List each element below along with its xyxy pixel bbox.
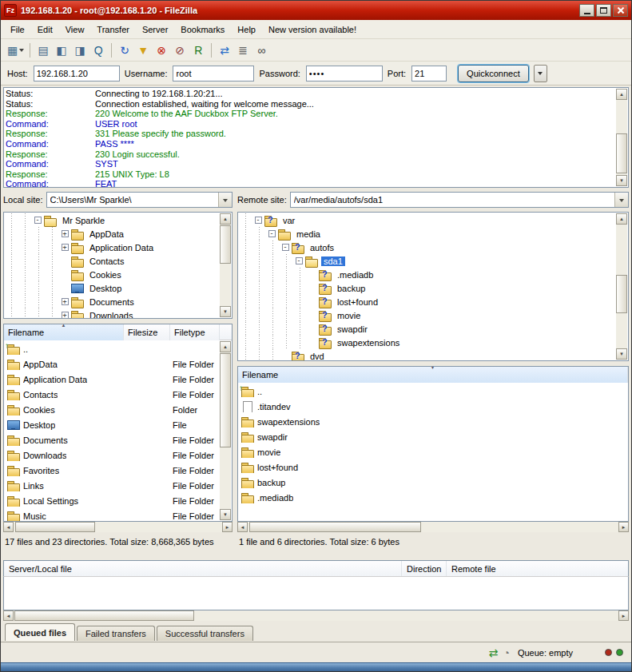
local-directory-tree[interactable]: -Mr Sparkle+AppData+Application DataCont… <box>3 212 233 319</box>
toggle-queue-icon[interactable]: Q <box>89 42 107 59</box>
remote-file-list[interactable]: Filename▼ ↑...titandevswapextensionsswap… <box>237 366 629 522</box>
scroll-left-icon[interactable]: ◄ <box>237 522 248 532</box>
file-row-movie[interactable]: movie <box>239 444 627 459</box>
column-header-filename[interactable]: Filename▲ <box>4 324 124 340</box>
file-row-downloads[interactable]: DownloadsFile Folder <box>5 447 220 463</box>
close-button[interactable] <box>613 4 628 17</box>
toggle-message-log-icon[interactable]: ▤ <box>34 42 52 59</box>
file-row-backup[interactable]: backup <box>239 475 627 490</box>
menu-item-file[interactable]: File <box>4 21 31 38</box>
tree-item-movie[interactable]: ?movie <box>239 308 616 322</box>
cancel-icon[interactable]: ⊗ <box>153 42 170 59</box>
local-site-combobox[interactable]: C:\Users\Mr Sparkle\ <box>46 192 233 208</box>
disconnect-icon[interactable]: ⊘ <box>171 42 189 59</box>
menu-item-server[interactable]: Server <box>136 21 174 38</box>
expander-icon[interactable]: - <box>280 244 291 251</box>
expander-icon[interactable]: + <box>59 244 70 251</box>
scrollbar-thumb[interactable] <box>249 522 421 532</box>
message-log[interactable]: Status:Connecting to 192.168.1.20:21...S… <box>3 87 629 188</box>
expander-icon[interactable]: + <box>59 312 70 318</box>
queue-column-remote-file[interactable]: Remote file <box>447 561 628 576</box>
username-input[interactable] <box>173 66 254 82</box>
file-row-contacts[interactable]: ContactsFile Folder <box>5 387 220 402</box>
scrollbar-thumb[interactable] <box>220 353 231 447</box>
file-row-local-settings[interactable]: Local SettingsFile Folder <box>5 493 220 508</box>
expander-icon[interactable]: - <box>32 217 43 224</box>
file-row-swapextensions[interactable]: swapextensions <box>239 414 627 429</box>
column-header-filetype[interactable]: Filetype <box>170 324 220 340</box>
local-list-scrollbar[interactable]: ▲▼ <box>220 341 231 520</box>
site-manager-icon[interactable]: ▦ <box>6 42 26 59</box>
scroll-right-icon[interactable]: ► <box>618 610 629 621</box>
file-row-music[interactable]: MusicFile Folder <box>5 508 220 521</box>
scroll-up-icon[interactable]: ▲ <box>616 89 627 100</box>
remote-site-combobox[interactable]: /var/media/autofs/sda1 <box>290 192 629 208</box>
scroll-up-icon[interactable]: ▲ <box>220 341 231 352</box>
tree-item-appdata[interactable]: +AppData <box>5 227 220 241</box>
local-list-hscrollbar[interactable]: ◄► <box>3 522 233 532</box>
file-row-swapdir[interactable]: swapdir <box>239 429 627 444</box>
scroll-up-icon[interactable]: ▲ <box>220 213 231 225</box>
scrollbar-thumb[interactable] <box>220 225 231 264</box>
filter-icon[interactable]: ▼ <box>134 42 152 59</box>
menu-item-view[interactable]: View <box>59 21 91 38</box>
tree-item-contacts[interactable]: Contacts <box>5 254 220 268</box>
expander-icon[interactable]: + <box>59 298 70 305</box>
expander-icon[interactable]: - <box>293 257 304 264</box>
tree-item-desktop[interactable]: Desktop <box>5 281 220 295</box>
menu-item-new-version-available[interactable]: New version available! <box>262 21 363 38</box>
file-row-titandev[interactable]: .titandev <box>239 399 627 414</box>
file-row-item[interactable]: ↑.. <box>5 341 220 356</box>
file-row-favorites[interactable]: FavoritesFile Folder <box>5 463 220 478</box>
tree-item-mediadb[interactable]: ?.mediadb <box>239 268 616 281</box>
file-row-documents[interactable]: DocumentsFile Folder <box>5 432 220 447</box>
port-input[interactable] <box>411 66 447 82</box>
tree-item-documents[interactable]: +Documents <box>5 295 220 308</box>
tree-item-mr-sparkle[interactable]: -Mr Sparkle <box>5 213 220 227</box>
scroll-down-icon[interactable]: ▼ <box>616 348 627 360</box>
file-row-desktop[interactable]: DesktopFile <box>5 417 220 432</box>
minimize-button[interactable] <box>579 4 594 17</box>
host-input[interactable] <box>34 66 120 82</box>
chevron-down-icon[interactable] <box>218 193 232 207</box>
toggle-remote-tree-icon[interactable]: ◨ <box>71 42 89 59</box>
maximize-button[interactable] <box>596 4 611 17</box>
scroll-up-icon[interactable]: ▲ <box>616 213 627 225</box>
scrollbar-thumb[interactable] <box>616 133 627 173</box>
remote-tree-scrollbar[interactable]: ▲▼ <box>616 213 627 360</box>
column-header-filesize[interactable]: Filesize <box>124 324 170 340</box>
tree-item-lost-found[interactable]: ?lost+found <box>239 295 616 308</box>
queue-body[interactable] <box>3 576 629 610</box>
scrollbar-thumb[interactable] <box>14 610 194 621</box>
directory-comparison-icon[interactable]: ≣ <box>234 42 252 59</box>
tree-item-sda1[interactable]: -sda1 <box>239 254 616 268</box>
quickconnect-button[interactable]: Quickconnect <box>458 65 529 82</box>
tree-item-application-data[interactable]: +Application Data <box>5 241 220 254</box>
menu-item-help[interactable]: Help <box>231 21 262 38</box>
log-scrollbar[interactable]: ▲▼ <box>616 89 627 186</box>
column-header-filename[interactable]: Filename▼ <box>238 367 628 383</box>
menu-item-edit[interactable]: Edit <box>31 21 59 38</box>
file-row-appdata[interactable]: AppDataFile Folder <box>5 356 220 372</box>
tab-queued-files[interactable]: Queued files <box>5 623 75 641</box>
synchronized-browsing-icon[interactable]: ⇄ <box>216 42 233 59</box>
reconnect-icon[interactable]: R <box>189 42 207 59</box>
toggle-local-tree-icon[interactable]: ◧ <box>53 42 70 59</box>
scroll-left-icon[interactable]: ◄ <box>3 522 14 532</box>
password-input[interactable] <box>306 66 383 82</box>
tree-item-autofs[interactable]: -?autofs <box>239 241 616 254</box>
scroll-down-icon[interactable]: ▼ <box>220 306 231 317</box>
scroll-left-icon[interactable]: ◄ <box>3 610 14 621</box>
refresh-icon[interactable]: ↻ <box>116 42 133 59</box>
remote-directory-tree[interactable]: -?var-media-?autofs-sda1?.mediadb?backup… <box>237 212 629 361</box>
scroll-down-icon[interactable]: ▼ <box>616 175 627 186</box>
local-file-list[interactable]: Filename▲FilesizeFiletype ↑..AppDataFile… <box>3 324 233 522</box>
tab-successful-transfers[interactable]: Successful transfers <box>157 626 253 641</box>
tree-item-swapextensions[interactable]: ?swapextensions <box>239 336 616 349</box>
tree-item-var[interactable]: -?var <box>239 213 616 227</box>
expander-icon[interactable]: - <box>266 230 277 237</box>
scrollbar-thumb[interactable] <box>15 522 95 532</box>
title-bar[interactable]: Fz 192.168.1.20 - root@192.168.1.20 - Fi… <box>1 1 631 20</box>
file-row-links[interactable]: LinksFile Folder <box>5 478 220 493</box>
file-row-application-data[interactable]: Application DataFile Folder <box>5 372 220 387</box>
